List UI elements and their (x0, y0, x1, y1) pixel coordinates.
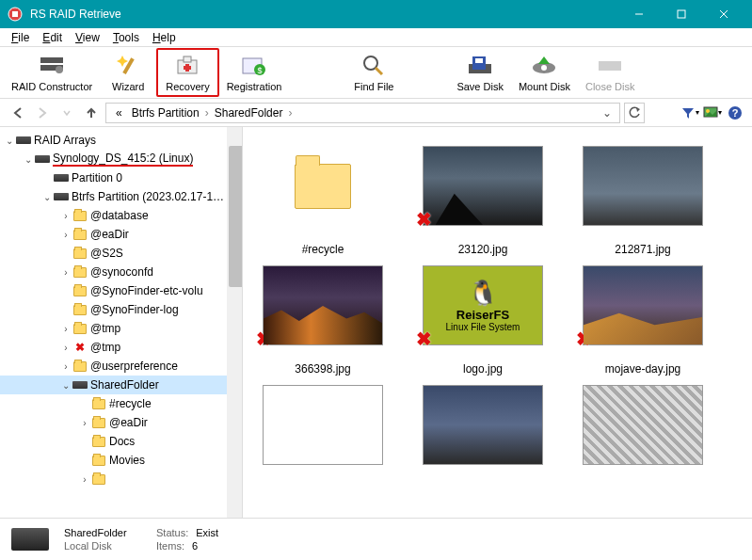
image-thumbnail (263, 385, 383, 465)
breadcrumb-dropdown[interactable]: ⌄ (599, 106, 616, 120)
image-thumbnail (423, 385, 543, 465)
grid-item-image[interactable]: ✖ 23120.jpg (412, 146, 553, 256)
view-button[interactable]: ▾ (703, 104, 722, 122)
nav-bar: « Btrfs Partition › SharedFolder › ⌄ ▾ ▾… (0, 99, 752, 127)
svg-rect-6 (40, 57, 63, 63)
close-button[interactable] (702, 0, 744, 28)
up-button[interactable] (81, 103, 102, 123)
status-name: SharedFolder (64, 527, 149, 538)
grid-item-image[interactable]: ✖ 366398.jpg (252, 265, 393, 376)
tree-root[interactable]: ⌄RAID Arrays (0, 131, 242, 150)
crumb-sharedfolder[interactable]: SharedFolder (211, 106, 287, 120)
svg-rect-22 (475, 58, 483, 63)
deleted-marker-icon: ✖ (416, 328, 432, 350)
close-disk-button[interactable]: Close Disk (578, 48, 643, 97)
grid-item-image[interactable]: 🐧 ReiserFS Linux File System ✖ logo.jpg (412, 265, 553, 376)
tree-device[interactable]: ⌄Synology_DS_415:2 (Linux) (0, 150, 242, 168)
file-grid: #recycle ✖ 23120.jpg 212871.jpg ✖ 366398… (243, 127, 752, 518)
menu-help[interactable]: Help (147, 29, 182, 46)
crumb-btrfs[interactable]: Btrfs Partition (128, 106, 203, 120)
tree-sub[interactable]: › (0, 470, 242, 488)
folder-icon (263, 146, 383, 226)
grid-item-folder[interactable]: #recycle (252, 146, 393, 256)
tree-btrfs[interactable]: ⌄Btrfs Partition (2023.02.17-1… (0, 187, 242, 206)
toolbar: RAID Constructor Wizard Recovery $ Regis… (0, 47, 752, 99)
help-button[interactable]: ? (726, 104, 744, 122)
tree-item-deleted[interactable]: ›✖@tmp (0, 338, 242, 357)
deleted-marker-icon: ✖ (576, 328, 592, 350)
mount-disk-button[interactable]: Mount Disk (511, 48, 578, 97)
menu-tools[interactable]: Tools (107, 29, 145, 46)
image-thumbnail: ✖ (263, 265, 383, 345)
svg-marker-25 (538, 56, 550, 64)
tree-scrollbar[interactable] (227, 127, 242, 518)
minimize-button[interactable] (617, 0, 660, 28)
find-file-button[interactable]: Find File (345, 48, 402, 97)
main-area: ⌄RAID Arrays ⌄Synology_DS_415:2 (Linux) … (0, 127, 752, 518)
recovery-icon (174, 53, 200, 79)
save-disk-button[interactable]: Save Disk (449, 48, 511, 97)
menu-edit[interactable]: Edit (37, 29, 68, 46)
image-thumbnail (583, 385, 703, 465)
tree-item[interactable]: @SynoFinder-etc-volu (0, 281, 242, 300)
deleted-marker-icon: ✖ (416, 208, 432, 231)
grid-item-image[interactable] (572, 385, 713, 465)
image-thumbnail (583, 146, 703, 226)
menu-file[interactable]: File (6, 29, 35, 46)
tree-sub[interactable]: #recycle (0, 394, 242, 413)
title-bar: RS RAID Retrieve (0, 0, 752, 28)
tree-item[interactable]: ›@userpreference (0, 357, 242, 376)
svg-point-24 (541, 65, 547, 71)
drive-icon (11, 528, 49, 551)
tree-item[interactable]: ›@synoconfd (0, 263, 242, 281)
svg-point-18 (364, 56, 377, 70)
svg-rect-3 (678, 10, 685, 18)
svg-text:?: ? (732, 107, 739, 119)
penguin-icon: 🐧 (468, 279, 498, 308)
grid-item-image[interactable] (412, 385, 553, 465)
forward-button[interactable] (32, 103, 53, 123)
tree-item[interactable]: @SynoFinder-log (0, 300, 242, 319)
image-thumbnail: ✖ (583, 265, 703, 345)
tree-partition0[interactable]: Partition 0 (0, 168, 242, 187)
back-button[interactable] (8, 103, 28, 123)
menu-view[interactable]: View (70, 29, 105, 46)
menu-bar: File Edit View Tools Help (0, 28, 752, 47)
tree-item[interactable]: ›@eaDir (0, 225, 242, 244)
close-disk-icon (597, 53, 623, 79)
tree-sub[interactable]: ›@eaDir (0, 413, 242, 432)
mount-disk-icon (531, 53, 557, 79)
svg-rect-14 (184, 66, 191, 70)
deleted-marker-icon: ✖ (256, 328, 272, 350)
window-title: RS RAID Retrieve (30, 8, 617, 21)
grid-item-image[interactable] (252, 385, 393, 465)
history-dropdown[interactable] (56, 103, 77, 123)
grid-item-image[interactable]: ✖ mojave-day.jpg (572, 265, 713, 376)
search-icon (360, 53, 387, 79)
svg-text:$: $ (258, 66, 263, 75)
tree-item[interactable]: ›@database (0, 206, 242, 225)
status-bar: SharedFolderStatus:Exist Local DiskItems… (0, 518, 752, 560)
breadcrumb[interactable]: « Btrfs Partition › SharedFolder › ⌄ (105, 103, 620, 123)
app-icon (8, 7, 23, 22)
image-thumbnail: ✖ (423, 146, 543, 226)
tree-sharedfolder[interactable]: ⌄SharedFolder (0, 376, 242, 394)
save-disk-icon (467, 53, 493, 79)
svg-rect-26 (599, 61, 621, 71)
recovery-button[interactable]: Recovery (156, 48, 218, 97)
wizard-button[interactable]: Wizard (100, 48, 156, 97)
refresh-button[interactable] (624, 103, 645, 123)
filter-button[interactable]: ▾ (680, 104, 699, 122)
registration-button[interactable]: $ Registration (219, 48, 290, 97)
grid-item-image[interactable]: 212871.jpg (572, 146, 713, 256)
svg-rect-1 (12, 11, 18, 17)
tree-item[interactable]: ›@tmp (0, 319, 242, 338)
raid-constructor-button[interactable]: RAID Constructor (4, 48, 100, 97)
tree-item[interactable]: @S2S (0, 244, 242, 263)
svg-rect-12 (184, 56, 191, 62)
svg-point-29 (706, 109, 710, 113)
maximize-button[interactable] (660, 0, 702, 28)
tree-sub[interactable]: Docs (0, 432, 242, 451)
raid-icon (39, 53, 65, 79)
tree-sub[interactable]: Movies (0, 451, 242, 470)
